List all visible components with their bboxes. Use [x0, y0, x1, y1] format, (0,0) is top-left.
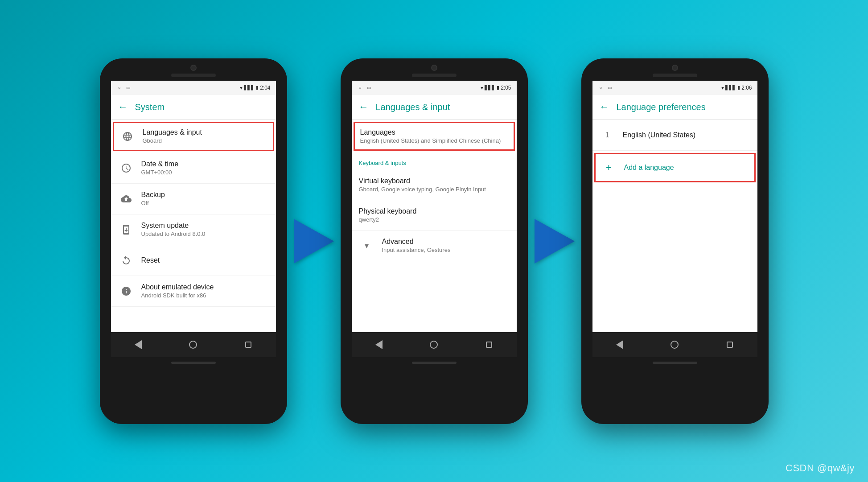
phone-3-title: Language preferences — [617, 102, 706, 112]
phone-3-screen: ○ ▭ ▾ ▋▋▋ ▮ 2:06 ← Language preferences — [592, 81, 757, 357]
settings-item-add-language[interactable]: + Add a language — [594, 153, 756, 182]
add-language-icon: + — [601, 160, 617, 176]
wifi-icon-2: ▾ — [481, 85, 483, 91]
nav-recent-3[interactable] — [721, 336, 739, 354]
settings-item-advanced[interactable]: ▾ Advanced Input assistance, Gestures — [352, 231, 517, 261]
settings-item-physical-keyboard[interactable]: Physical keyboard qwerty2 — [352, 200, 517, 231]
advanced-subtitle: Input assistance, Gestures — [382, 247, 510, 253]
settings-item-about[interactable]: About emulated device Android SDK built … — [111, 276, 276, 307]
signal-icon: ▋▋▋ — [244, 85, 255, 90]
about-text: About emulated device Android SDK built … — [141, 283, 269, 299]
reset-text: Reset — [141, 256, 269, 264]
phone-1-appbar: ← System — [111, 95, 276, 120]
phone-1-content: Languages & input Gboard Date & time GMT… — [111, 120, 276, 332]
add-language-text: Add a language — [624, 164, 749, 172]
nav-back-2[interactable] — [370, 336, 388, 354]
settings-item-english[interactable]: 1 English (United States) — [592, 120, 757, 151]
wifi-icon: ▾ — [240, 85, 243, 91]
phone-2-camera — [431, 65, 437, 71]
nav-back-3[interactable] — [611, 336, 629, 354]
nav-back-1[interactable] — [129, 336, 147, 354]
phone-1-screen: ○ ▭ ▾ ▋▋▋ ▮ 2:04 ← System — [111, 81, 276, 357]
languages-title-2: Languages — [360, 128, 508, 136]
status-right: ▾ ▋▋▋ ▮ 2:04 — [240, 85, 270, 91]
card-icon: ▭ — [125, 85, 132, 91]
phone-2-top — [341, 58, 528, 77]
settings-item-languages[interactable]: Languages & input Gboard — [113, 122, 274, 151]
settings-item-languages-2[interactable]: Languages English (United States) and Si… — [354, 122, 515, 151]
lang-divider — [592, 151, 757, 151]
languages-subtitle-2: English (United States) and Simplified C… — [360, 137, 508, 144]
wifi-icon-3: ▾ — [721, 85, 724, 91]
datetime-title: Date & time — [141, 160, 269, 168]
nav-recent-1[interactable] — [239, 336, 257, 354]
arrow-shape-1 — [294, 219, 334, 264]
phone-update-icon — [118, 222, 134, 238]
circle-icon-2: ○ — [357, 85, 363, 91]
nav-home-3[interactable] — [666, 336, 683, 354]
languages-input-subtitle: Gboard — [143, 137, 267, 144]
nav-home-1[interactable] — [184, 336, 202, 354]
backup-title: Backup — [141, 191, 269, 199]
physical-keyboard-text: Physical keyboard qwerty2 — [359, 207, 510, 223]
phone-1-camera — [190, 65, 197, 71]
back-arrow-3[interactable]: ← — [600, 101, 609, 113]
backup-icon — [118, 191, 134, 207]
phone-2-chin — [412, 362, 457, 364]
language-icon — [119, 128, 136, 144]
languages-input-text: Languages & input Gboard — [143, 128, 267, 144]
back-arrow-2[interactable]: ← — [359, 101, 369, 113]
languages-input-title: Languages & input — [143, 128, 267, 136]
phone-3-speaker — [653, 74, 697, 77]
virtual-keyboard-title: Virtual keyboard — [359, 177, 510, 185]
settings-item-reset[interactable]: Reset — [111, 245, 276, 276]
circle-icon: ○ — [116, 85, 123, 91]
phone-1-nav — [111, 332, 276, 357]
phone-2-status-left: ○ ▭ — [357, 85, 372, 91]
signal-icon-3: ▋▋▋ — [725, 85, 736, 90]
update-text: System update Updated to Android 8.0.0 — [141, 222, 269, 237]
nav-home-2[interactable] — [425, 336, 443, 354]
phone-3-camera — [672, 65, 678, 71]
card-icon-3: ▭ — [607, 85, 613, 91]
reset-title: Reset — [141, 256, 269, 264]
nav-recent-2[interactable] — [480, 336, 498, 354]
phone-1-status-bar: ○ ▭ ▾ ▋▋▋ ▮ 2:04 — [111, 81, 276, 95]
virtual-keyboard-text: Virtual keyboard Gboard, Google voice ty… — [359, 177, 510, 193]
status-time: 2:04 — [260, 85, 270, 91]
keyboard-section-header: Keyboard & inputs — [352, 152, 517, 170]
phone-3-bottom — [581, 357, 769, 371]
update-title: System update — [141, 222, 269, 230]
phone-2: ○ ▭ ▾ ▋▋▋ ▮ 2:05 ← Languages & input — [341, 58, 528, 424]
datetime-text: Date & time GMT+00:00 — [141, 160, 269, 176]
arrow-shape-2 — [535, 219, 575, 264]
phone-3-status-bar: ○ ▭ ▾ ▋▋▋ ▮ 2:06 — [592, 81, 757, 95]
lang-number-1: 1 — [600, 127, 616, 143]
phone-3-top — [581, 58, 769, 77]
battery-icon: ▮ — [256, 85, 259, 91]
physical-keyboard-title: Physical keyboard — [359, 207, 510, 215]
settings-item-backup[interactable]: Backup Off — [111, 184, 276, 214]
phone-2-appbar: ← Languages & input — [352, 95, 517, 120]
phone-3-status-left: ○ ▭ — [598, 85, 613, 91]
settings-item-update[interactable]: System update Updated to Android 8.0.0 — [111, 214, 276, 245]
phone-2-title: Languages & input — [376, 102, 450, 112]
phone-3-chin — [653, 362, 697, 364]
settings-item-virtual-keyboard[interactable]: Virtual keyboard Gboard, Google voice ty… — [352, 170, 517, 200]
english-text: English (United States) — [623, 131, 750, 139]
backup-subtitle: Off — [141, 200, 269, 206]
phone-2-status-right: ▾ ▋▋▋ ▮ 2:05 — [481, 85, 511, 91]
battery-icon-3: ▮ — [737, 85, 740, 91]
arrow-2 — [528, 219, 581, 264]
back-arrow-1[interactable]: ← — [118, 101, 128, 113]
phone-3-status-right: ▾ ▋▋▋ ▮ 2:06 — [721, 85, 752, 91]
phone-2-nav — [352, 332, 517, 357]
phone-2-status-bar: ○ ▭ ▾ ▋▋▋ ▮ 2:05 — [352, 81, 517, 95]
phone-2-content: Languages English (United States) and Si… — [352, 120, 517, 332]
settings-item-datetime[interactable]: Date & time GMT+00:00 — [111, 153, 276, 184]
reset-icon — [118, 252, 134, 268]
arrow-1 — [287, 219, 341, 264]
phone-3-appbar: ← Language preferences — [592, 95, 757, 120]
advanced-text: Advanced Input assistance, Gestures — [382, 238, 510, 253]
battery-icon-2: ▮ — [497, 85, 499, 91]
